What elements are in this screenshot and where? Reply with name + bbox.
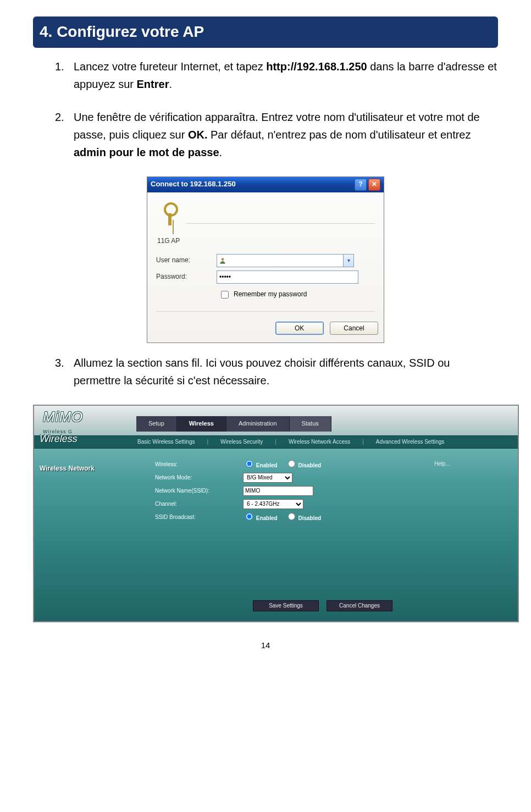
ssid-input[interactable]	[243, 486, 313, 496]
section-title: 4. Configurez votre AP	[33, 16, 498, 48]
form-area: Wireless: Enabled Disabled Network Mode:…	[139, 449, 424, 592]
mode-label: Network Mode:	[155, 473, 243, 482]
subtab-access[interactable]: Wireless Network Access	[289, 438, 350, 446]
step-3-number: 3.	[55, 354, 64, 372]
logo-text: MiMO	[43, 406, 136, 429]
wireless-label: Wireless:	[155, 460, 243, 469]
keys-icon	[156, 202, 181, 228]
svg-point-0	[222, 258, 224, 261]
mode-row: Network Mode: B/G Mixed	[155, 472, 419, 484]
step-1: 1. Lancez votre fureteur Internet, et ta…	[55, 58, 498, 93]
broadcast-row: SSID Broadcast: Enabled Disabled	[155, 511, 419, 523]
save-button[interactable]: Save Settings	[253, 600, 319, 611]
wireless-disabled-radio[interactable]	[288, 460, 295, 467]
username-combo[interactable]: ▾	[217, 254, 354, 267]
help-icon[interactable]: ?	[355, 179, 367, 191]
subtab-advanced[interactable]: Advanced Wireless Settings	[376, 438, 445, 446]
broadcast-enabled-radio[interactable]	[246, 513, 253, 520]
enabled-text: Enabled	[256, 462, 278, 468]
step-2-bold-b: admin pour le mot de passe	[74, 146, 219, 158]
channel-row: Channel: 6 - 2.437GHz	[155, 498, 419, 510]
ssid-label: Network Name(SSID):	[155, 487, 243, 495]
remember-label: Remember my password	[234, 289, 307, 300]
main-tabs: Setup Wireless Administration Status	[136, 416, 331, 432]
chevron-down-icon[interactable]: ▾	[343, 254, 354, 267]
channel-select[interactable]: 6 - 2.437GHz	[243, 499, 303, 509]
step-2-text-b: Par défaut, n'entrez pas de nom d'utilis…	[207, 129, 471, 141]
username-label: User name:	[156, 255, 217, 266]
steps-list-2: 3. Allumez la section sans fil. Ici vous…	[33, 354, 498, 389]
tab-status[interactable]: Status	[290, 416, 331, 432]
cancel-changes-button[interactable]: Cancel Changes	[327, 600, 392, 611]
password-label: Password:	[156, 272, 217, 282]
router-admin-panel: MiMO Wireless G Setup Wireless Administr…	[33, 405, 519, 622]
router-body: Wireless Wireless Network Wireless: Enab…	[34, 449, 518, 592]
step-2-text-c: .	[219, 146, 223, 158]
dialog-title: Connect to 192.168.1.250	[151, 179, 353, 190]
step-3: 3. Allumez la section sans fil. Ici vous…	[55, 354, 498, 389]
step-2-bold-a: OK.	[188, 129, 208, 141]
remember-row: Remember my password	[219, 289, 375, 300]
ok-button[interactable]: OK	[275, 322, 324, 335]
tab-setup[interactable]: Setup	[136, 416, 177, 432]
help-link[interactable]: Help...	[424, 460, 518, 468]
password-row: Password:	[156, 270, 375, 284]
dialog-buttons: OK Cancel	[147, 322, 384, 343]
subtab-security[interactable]: Wireless Security	[220, 438, 263, 446]
ssid-row: Network Name(SSID):	[155, 485, 419, 497]
step-1-bold-a: http://192.168.1.250	[266, 60, 367, 73]
side-panel: Wireless Wireless Network	[34, 449, 139, 592]
wireless-disabled[interactable]: Disabled	[285, 459, 321, 470]
step-1-text-c: .	[169, 78, 172, 90]
disabled-text: Disabled	[298, 462, 321, 468]
close-icon[interactable]: ✕	[368, 179, 380, 191]
wireless-badge: Wireless	[40, 431, 133, 447]
broadcast-enabled[interactable]: Enabled	[243, 511, 278, 523]
enabled-text: Enabled	[256, 515, 278, 521]
divider	[156, 311, 375, 312]
username-row: User name: ▾	[156, 254, 375, 267]
separator: |	[207, 438, 208, 446]
user-icon	[217, 254, 228, 267]
broadcast-disabled-radio[interactable]	[288, 513, 295, 520]
page-number: 14	[33, 639, 498, 652]
wireless-enabled[interactable]: Enabled	[243, 459, 278, 470]
cancel-button[interactable]: Cancel	[330, 322, 378, 335]
keys-illustration-row	[156, 200, 375, 230]
realm-label: 11G AP	[157, 236, 375, 246]
step-1-number: 1.	[55, 58, 64, 75]
dialog-body: 11G AP User name: ▾ Password: Remember m…	[147, 192, 384, 322]
password-input[interactable]	[217, 270, 358, 284]
step-2-number: 2.	[55, 108, 64, 126]
broadcast-label: SSID Broadcast:	[155, 513, 243, 522]
auth-dialog: Connect to 192.168.1.250 ? ✕ 11G AP User…	[147, 176, 384, 343]
divider	[186, 223, 375, 224]
steps-list: 1. Lancez votre fureteur Internet, et ta…	[33, 58, 498, 161]
help-panel: Help...	[424, 449, 518, 592]
disabled-text: Disabled	[298, 515, 321, 521]
separator: |	[275, 438, 276, 446]
mode-select[interactable]: B/G Mixed	[243, 473, 292, 483]
step-1-text-a: Lancez votre fureteur Internet, et tapez	[74, 60, 266, 73]
broadcast-disabled[interactable]: Disabled	[285, 511, 321, 523]
wireless-enabled-radio[interactable]	[246, 460, 253, 467]
tab-administration[interactable]: Administration	[226, 416, 290, 432]
channel-label: Channel:	[155, 500, 243, 509]
dialog-titlebar[interactable]: Connect to 192.168.1.250 ? ✕	[147, 177, 384, 192]
bottom-buttons: Save Settings Cancel Changes	[34, 592, 518, 621]
side-title: Wireless Network	[40, 463, 133, 474]
step-2: 2. Une fenêtre de vérification apparaîtr…	[55, 108, 498, 161]
step-3-text: Allumez la section sans fil. Ici vous po…	[74, 357, 450, 386]
subtab-basic[interactable]: Basic Wireless Settings	[137, 438, 195, 446]
remember-checkbox[interactable]	[221, 291, 229, 299]
step-1-bold-b: Entrer	[137, 78, 169, 90]
separator: |	[362, 438, 364, 446]
tab-wireless[interactable]: Wireless	[177, 416, 226, 432]
wireless-badge-text: Wireless	[40, 433, 78, 444]
username-input[interactable]	[228, 254, 343, 267]
wireless-row: Wireless: Enabled Disabled	[155, 459, 419, 471]
